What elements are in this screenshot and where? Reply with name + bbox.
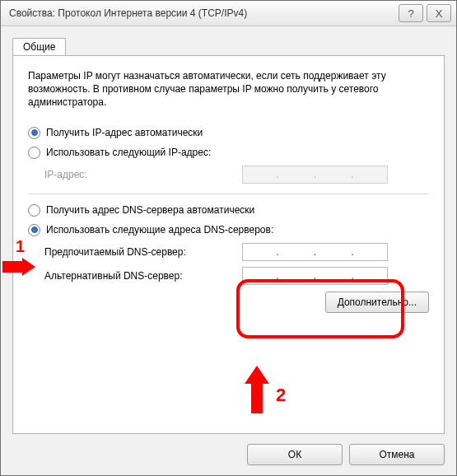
titlebar: Свойства: Протокол Интернета версии 4 (T… — [1, 1, 456, 26]
dns-alternate-input[interactable]: ... — [242, 267, 388, 285]
ip-address-input: ... — [242, 166, 388, 184]
tabstrip: Общие — [12, 37, 445, 55]
field-label: Предпочитаемый DNS-сервер: — [44, 246, 242, 258]
radio-label: Получить адрес DNS-сервера автоматически — [46, 204, 254, 216]
advanced-row: Дополнительно... — [28, 292, 429, 313]
field-dns-alternate: Альтернативный DNS-сервер: ... — [44, 265, 429, 287]
close-icon: X — [436, 7, 443, 20]
field-ip-address: IP-адрес: ... — [44, 164, 429, 185]
radio-dns-auto[interactable]: Получить адрес DNS-сервера автоматически — [28, 201, 429, 219]
properties-dialog: Свойства: Протокол Интернета версии 4 (T… — [0, 0, 457, 476]
radio-dns-manual[interactable]: Использовать следующие адреса DNS-сервер… — [28, 221, 429, 239]
help-icon: ? — [408, 7, 413, 20]
dialog-footer: ОК Отмена — [247, 444, 445, 465]
tab-general[interactable]: Общие — [12, 38, 66, 57]
dns-preferred-input[interactable]: ... — [242, 243, 388, 261]
radio-icon — [28, 147, 40, 159]
close-button[interactable]: X — [427, 4, 451, 22]
ok-button[interactable]: ОК — [247, 444, 343, 465]
field-label: Альтернативный DNS-сервер: — [44, 270, 242, 282]
cancel-button[interactable]: Отмена — [349, 444, 445, 465]
client-area: Общие Параметры IP могут назначаться авт… — [12, 37, 445, 434]
advanced-button[interactable]: Дополнительно... — [325, 292, 429, 313]
help-button[interactable]: ? — [399, 4, 423, 22]
radio-label: Получить IP-адрес автоматически — [46, 127, 203, 138]
description-text: Параметры IP могут назначаться автоматич… — [28, 69, 429, 109]
radio-icon — [28, 224, 40, 236]
field-dns-preferred: Предпочитаемый DNS-сервер: ... — [44, 241, 429, 263]
radio-ip-auto[interactable]: Получить IP-адрес автоматически — [28, 124, 429, 142]
radio-label: Использовать следующий IP-адрес: — [46, 147, 211, 158]
field-label: IP-адрес: — [44, 169, 242, 180]
radio-icon — [28, 204, 40, 217]
divider — [28, 194, 429, 194]
radio-ip-manual[interactable]: Использовать следующий IP-адрес: — [28, 143, 429, 161]
tabpage-general: Параметры IP могут назначаться автоматич… — [12, 55, 445, 434]
radio-label: Использовать следующие адреса DNS-сервер… — [46, 224, 273, 236]
window-title: Свойства: Протокол Интернета версии 4 (T… — [9, 7, 395, 19]
radio-icon — [28, 127, 40, 139]
